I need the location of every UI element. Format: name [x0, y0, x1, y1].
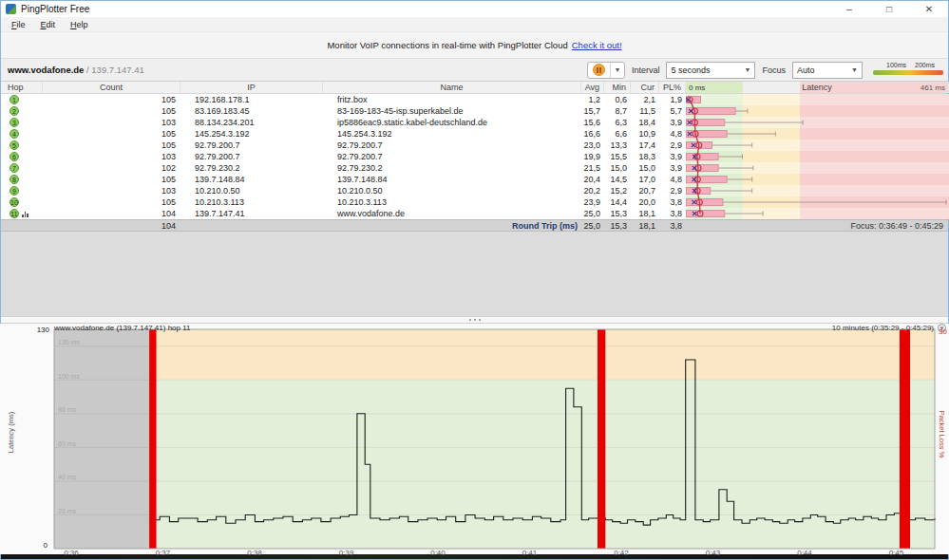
footer-cur: 18,1: [631, 221, 659, 231]
header-cur[interactable]: Cur: [631, 82, 659, 93]
round-trip-row: 104 Round Trip (ms) 25,0 15,3 18,1 3,8 F…: [0, 219, 949, 232]
cell-avg: 21,5: [581, 163, 604, 173]
x-tick-label: 0:36: [52, 549, 90, 557]
cell-count: 104: [43, 209, 180, 218]
latency-scale-title: Latency: [686, 83, 948, 92]
cell-ip: 83.169.183.45: [180, 106, 323, 116]
timeline-plot[interactable]: 20 ms40 ms60 ms80 ms100 ms120 ms: [0, 324, 949, 554]
cell-min: 15,5: [604, 152, 631, 161]
chevron-down-icon: ▼: [851, 66, 858, 73]
cell-latency-graph: [686, 162, 949, 174]
no-data-region: [54, 329, 149, 549]
cell-count: 105: [43, 197, 180, 207]
table-row[interactable]: 7 102 92.79.230.2 92.79.230.2 21,5 15,0 …: [0, 162, 949, 174]
cell-cur: 2,1: [631, 95, 659, 104]
table-row[interactable]: 4 105 145.254.3.192 145.254.3.192 16,6 6…: [0, 128, 949, 140]
menu-bar: File Edit Help: [0, 17, 949, 32]
header-min[interactable]: Min: [604, 82, 631, 93]
gridline-label: 60 ms: [58, 440, 77, 447]
cell-latency-graph: [686, 174, 949, 185]
header-pl[interactable]: PL%: [659, 82, 686, 93]
cell-cur: 17,0: [631, 175, 659, 184]
cell-ip: 139.7.147.41: [180, 209, 323, 218]
cell-name: ip5886eac9.static.kabel-deutschland.de: [323, 118, 581, 127]
table-row[interactable]: 1 105 192.168.178.1 fritz.box 1,2 0,6 2,…: [0, 94, 949, 105]
cell-count: 105: [43, 140, 180, 150]
y-axis-max: 130: [27, 326, 49, 334]
table-row[interactable]: 9 103 10.210.0.50 10.210.0.50 20,2 15,2 …: [0, 185, 949, 196]
cell-ip: 139.7.148.84: [180, 175, 323, 184]
minimize-button[interactable]: –: [829, 0, 869, 17]
x-tick-label: 0:42: [602, 549, 640, 557]
table-row[interactable]: 10 105 10.210.3.113 10.210.3.113 23,9 14…: [0, 196, 949, 208]
interval-select[interactable]: 5 seconds ▼: [666, 62, 755, 79]
menu-edit[interactable]: Edit: [34, 19, 63, 30]
header-avg[interactable]: Avg: [581, 82, 604, 93]
title-bar: PingPlotter Free – □ ✕: [0, 0, 949, 17]
header-ip[interactable]: IP: [180, 82, 323, 93]
header-count[interactable]: Count: [43, 82, 180, 93]
app-icon: [6, 4, 16, 14]
cell-name: 92.79.200.7: [323, 140, 581, 150]
latency-scale-max: 461 ms: [921, 84, 945, 92]
timescale-label[interactable]: 10 minutes (0:35:29 - 0:45:29): [832, 324, 934, 332]
cell-latency-graph: [686, 105, 949, 117]
header-hop[interactable]: Hop: [0, 82, 43, 93]
cell-cur: 20,7: [631, 186, 659, 196]
banner-link[interactable]: Check it out!: [572, 40, 622, 50]
cell-min: 0,6: [604, 95, 631, 104]
cell-avg: 19,9: [581, 152, 604, 161]
right-axis-max: 30: [939, 327, 947, 336]
hop-number-badge: 11: [9, 209, 19, 218]
header-latency[interactable]: 0 ms Latency 461 ms: [686, 82, 949, 93]
table-row[interactable]: 5 105 92.79.200.7 92.79.200.7 23,0 13,3 …: [0, 140, 949, 151]
cell-count: 102: [43, 163, 180, 173]
cell-pl: 3,9: [659, 152, 686, 161]
cell-name: 83-169-183-45-isp.superkabel.de: [323, 106, 581, 116]
menu-file[interactable]: File: [5, 19, 32, 30]
cell-name: 145.254.3.192: [323, 129, 581, 139]
packet-loss-bar: [598, 329, 605, 549]
table-row[interactable]: 6 103 92.79.200.7 92.79.200.7 19,9 15,5 …: [0, 151, 949, 162]
table-row[interactable]: 11 104 139.7.147.41 www.vodafone.de 25,0…: [0, 208, 949, 219]
gridline-label: 40 ms: [58, 474, 77, 480]
x-tick-label: 0:40: [419, 549, 457, 557]
cell-latency-graph: [686, 151, 949, 162]
app-window: PingPlotter Free – □ ✕ File Edit Help Mo…: [0, 0, 949, 560]
legend-gradient-bar: [873, 70, 943, 75]
cell-count: 105: [43, 129, 180, 139]
cell-ip: 92.79.230.2: [180, 163, 323, 173]
cell-avg: 16,6: [581, 129, 604, 139]
focus-select[interactable]: Auto ▼: [792, 62, 863, 79]
round-trip-label: Round Trip (ms): [323, 221, 581, 231]
cell-cur: 18,4: [631, 118, 659, 127]
close-button[interactable]: ✕: [909, 0, 949, 17]
cell-latency-graph: [686, 196, 949, 208]
cell-min: 14,4: [604, 197, 631, 207]
timeline-graph[interactable]: 20 ms40 ms60 ms80 ms100 ms120 ms www.vod…: [0, 324, 949, 554]
table-row[interactable]: 8 105 139.7.148.84 139.7.148.84 20,4 14,…: [0, 174, 949, 185]
hop-number-badge: 6: [9, 152, 19, 161]
cell-pl: 3,9: [659, 118, 686, 127]
pause-dropdown-caret-icon[interactable]: ▼: [611, 66, 624, 73]
cell-pl: 3,8: [659, 209, 686, 218]
cell-pl: 3,9: [659, 163, 686, 173]
cell-name: 92.79.230.2: [323, 163, 581, 173]
cell-cur: 17,4: [631, 140, 659, 150]
graph-indicator-icon: [22, 211, 28, 217]
header-name[interactable]: Name: [323, 82, 581, 93]
pause-button[interactable]: [588, 63, 611, 78]
table-row[interactable]: 3 103 88.134.234.201 ip5886eac9.static.k…: [0, 117, 949, 128]
cell-latency-graph: [686, 94, 949, 105]
pane-splitter[interactable]: [0, 316, 949, 324]
menu-help[interactable]: Help: [64, 19, 95, 30]
table-row[interactable]: 2 105 83.169.183.45 83-169-183-45-isp.su…: [0, 105, 949, 117]
footer-pl: 3,8: [659, 221, 686, 231]
maximize-button[interactable]: □: [869, 0, 909, 17]
cell-avg: 25,0: [581, 209, 604, 218]
cell-cur: 15,0: [631, 163, 659, 173]
x-tick-label: 0:45: [877, 549, 915, 557]
gridline-label: 20 ms: [58, 508, 77, 514]
cell-count: 105: [43, 95, 180, 104]
cell-avg: 15,7: [581, 106, 604, 116]
